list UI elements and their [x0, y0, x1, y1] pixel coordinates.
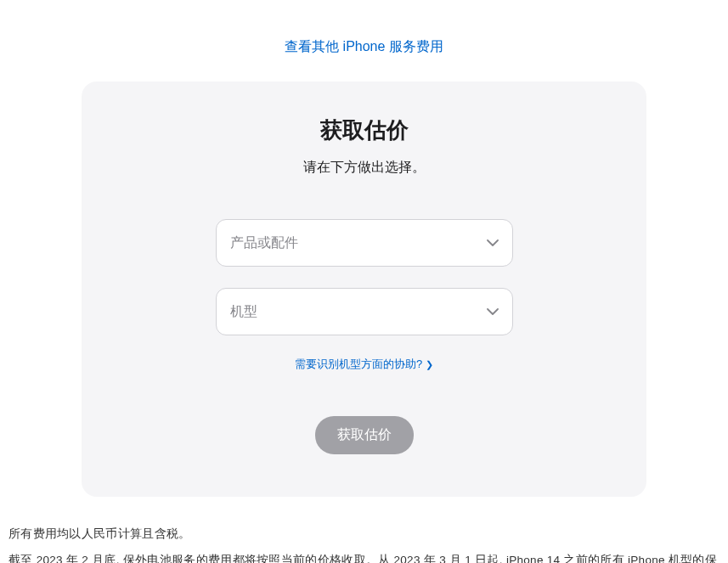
get-estimate-button[interactable]: 获取估价	[315, 416, 414, 454]
header-link-row: 查看其他 iPhone 服务费用	[8, 0, 720, 82]
footer-line-1: 所有费用均以人民币计算且含税。	[8, 521, 720, 547]
other-services-link[interactable]: 查看其他 iPhone 服务费用	[285, 39, 443, 53]
model-select-wrapper: 机型	[216, 288, 513, 335]
chevron-down-icon	[487, 308, 499, 315]
card-subtitle: 请在下方做出选择。	[99, 159, 629, 177]
estimate-card: 获取估价 请在下方做出选择。 产品或配件 机型 需要识别机型方面的协助?❯	[82, 82, 646, 497]
footer-notes: 所有费用均以人民币计算且含税。 截至 2023 年 2 月底, 保外电池服务的费…	[8, 497, 720, 563]
product-select-wrapper: 产品或配件	[216, 219, 513, 267]
help-link-row: 需要识别机型方面的协助?❯	[99, 357, 629, 372]
card-title: 获取估价	[99, 115, 629, 145]
product-select-placeholder: 产品或配件	[230, 234, 298, 252]
product-select[interactable]: 产品或配件	[216, 219, 513, 267]
help-link-label: 需要识别机型方面的协助?	[295, 358, 422, 370]
chevron-right-icon: ❯	[426, 359, 433, 370]
chevron-down-icon	[487, 239, 499, 246]
footer-line-2-wrapper: 截至 2023 年 2 月底, 保外电池服务的费用都将按照当前的价格收取。从 2…	[8, 547, 720, 563]
model-select-placeholder: 机型	[230, 303, 257, 321]
model-select[interactable]: 机型	[216, 288, 513, 335]
footer-line-2: 截至 2023 年 2 月底, 保外电池服务的费用都将按照当前的价格收取。从 2…	[8, 554, 717, 563]
identify-model-help-link[interactable]: 需要识别机型方面的协助?❯	[295, 358, 433, 370]
